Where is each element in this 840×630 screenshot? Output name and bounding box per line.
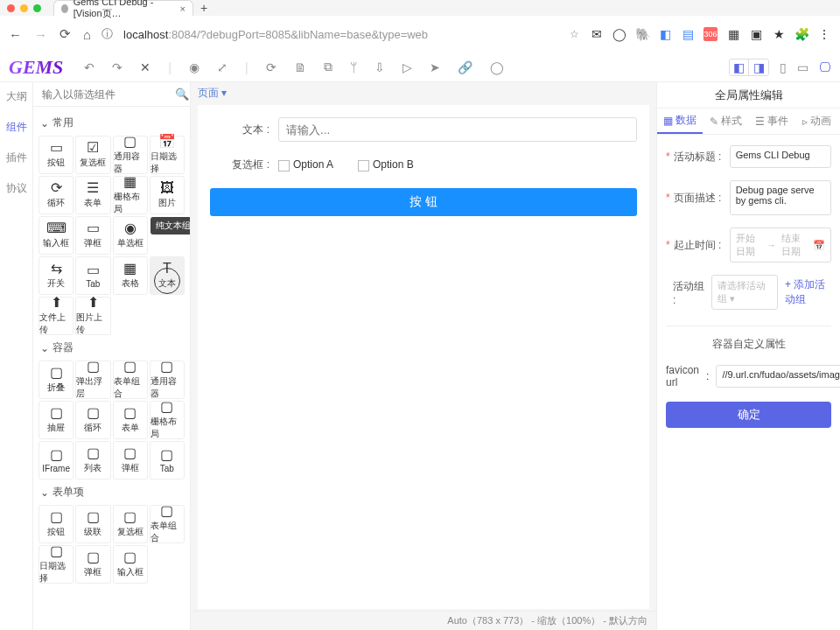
submit-button[interactable]: 确定: [666, 402, 831, 428]
add-group-link[interactable]: + 添加活动组: [785, 277, 831, 307]
component-item[interactable]: ⬆图片上传: [75, 297, 110, 335]
play-icon[interactable]: ▷: [402, 60, 412, 74]
reload-icon[interactable]: ⟳: [60, 26, 71, 42]
link-icon[interactable]: 🔗: [458, 60, 472, 74]
new-tab-button[interactable]: +: [200, 1, 207, 15]
component-item[interactable]: 📅日期选择: [150, 136, 185, 174]
record-icon[interactable]: ◯: [490, 60, 504, 74]
component-item[interactable]: ▢输入框: [113, 545, 148, 584]
activity-title-input[interactable]: Gems CLI Debug: [730, 145, 831, 168]
download-icon[interactable]: ⇩: [374, 60, 385, 74]
browser-menu-icon[interactable]: ⋮: [817, 27, 831, 41]
ext-icon[interactable]: ◧: [658, 27, 672, 41]
search-icon[interactable]: 🔍: [175, 88, 189, 101]
category-header[interactable]: ⌄ 表单项: [38, 480, 185, 505]
component-item[interactable]: ▢列表: [75, 441, 110, 480]
send-icon[interactable]: ➤: [430, 60, 440, 74]
refresh-icon[interactable]: ⟳: [266, 60, 276, 74]
component-item[interactable]: ▢通用容器: [150, 360, 185, 399]
component-item[interactable]: ☑复选框: [75, 136, 110, 174]
primary-button[interactable]: 按 钮: [210, 188, 637, 216]
component-item[interactable]: ▢弹框: [113, 441, 148, 480]
tab-close-icon[interactable]: ×: [180, 4, 186, 14]
category-header[interactable]: ⌄ 容器: [38, 335, 185, 360]
component-item[interactable]: ▢按钮: [38, 505, 74, 543]
save-icon[interactable]: 🗎: [294, 60, 306, 74]
component-item[interactable]: ▭弹框: [75, 216, 110, 255]
component-item[interactable]: ▦表格: [113, 256, 148, 295]
device-tablet-icon[interactable]: ▭: [797, 60, 808, 74]
checkbox-a[interactable]: Option A: [278, 158, 333, 171]
date-range-input[interactable]: 开始日期→结束日期📅: [730, 228, 831, 262]
favicon-url-input[interactable]: //9.url.cn/fudao/assets/images/favi…: [716, 365, 840, 388]
component-list[interactable]: ⌄ 常用▭按钮☑复选框▢通用容器📅日期选择⟳循环☰表单▦栅格布局🖼图片⌨输入框▭…: [33, 107, 190, 630]
ext-icon[interactable]: ◯: [612, 27, 626, 41]
maximize-window-icon[interactable]: [33, 4, 41, 12]
device-desktop-icon[interactable]: 🖵: [819, 60, 831, 74]
component-item[interactable]: ▢IFrame: [38, 441, 74, 480]
tab-style[interactable]: ✎ 样式: [703, 108, 748, 134]
component-item[interactable]: ▢复选框: [113, 505, 148, 543]
rail-outline[interactable]: 大纲: [6, 86, 27, 108]
redo-icon[interactable]: ↷: [112, 60, 122, 74]
group-select[interactable]: 请选择活动组 ▾: [711, 275, 778, 310]
component-item[interactable]: ☰表单: [75, 176, 110, 214]
home-icon[interactable]: ⌂: [83, 27, 91, 42]
component-item[interactable]: ▢弹出浮层: [75, 360, 110, 399]
component-item[interactable]: ⇆开关: [38, 256, 74, 295]
breadcrumb[interactable]: 页面 ▾: [191, 82, 656, 103]
component-item[interactable]: ⌨输入框: [38, 216, 74, 255]
avatar-icon[interactable]: 🧩: [794, 27, 808, 41]
bookmark-icon[interactable]: ☆: [570, 28, 579, 40]
ext-icon[interactable]: ▣: [749, 27, 763, 41]
component-item[interactable]: 🖼图片: [150, 176, 185, 214]
window-controls[interactable]: [7, 4, 41, 12]
page-desc-input[interactable]: Debug page serve by gems cli.: [730, 180, 831, 215]
component-item[interactable]: ⟳循环: [38, 176, 74, 214]
address-bar[interactable]: localhost:8084/?debugPort=8085&libName=b…: [123, 28, 559, 41]
tab-data[interactable]: ▦ 数据: [657, 108, 703, 134]
panel-right-icon[interactable]: ◨: [749, 60, 768, 75]
ext-icon[interactable]: 🐘: [635, 27, 649, 41]
minimize-window-icon[interactable]: [20, 4, 28, 12]
component-item[interactable]: ▢表单组合: [150, 505, 185, 543]
close-window-icon[interactable]: [7, 4, 15, 12]
eye-icon[interactable]: ◉: [189, 60, 200, 74]
forward-icon[interactable]: →: [34, 27, 47, 42]
undo-icon[interactable]: ↶: [84, 60, 94, 74]
component-item[interactable]: ▢表单: [113, 401, 148, 439]
checkbox-b[interactable]: Option B: [358, 158, 414, 171]
text-input[interactable]: [278, 117, 637, 142]
component-item[interactable]: ▦栅格布局: [113, 176, 148, 214]
component-item[interactable]: ▢循环: [75, 401, 110, 439]
panel-toggle[interactable]: ◧ ◨: [729, 59, 769, 76]
branch-icon[interactable]: ᛘ: [350, 60, 357, 74]
component-item[interactable]: ▢Tab: [150, 441, 185, 480]
back-icon[interactable]: ←: [9, 27, 22, 42]
rail-plugins[interactable]: 插件: [6, 147, 27, 169]
expand-icon[interactable]: ⤢: [217, 60, 228, 74]
rail-components[interactable]: 组件: [6, 116, 27, 138]
device-phone-icon[interactable]: ▯: [780, 60, 787, 74]
component-item[interactable]: ▢弹框: [75, 545, 110, 584]
component-item[interactable]: ▢表单组合: [113, 360, 148, 399]
component-item[interactable]: ▢级联: [75, 505, 110, 543]
ext-icon[interactable]: ▤: [681, 27, 695, 41]
component-item[interactable]: ▢抽屉: [38, 401, 74, 439]
component-item[interactable]: ▭按钮: [38, 136, 74, 174]
component-item[interactable]: ▢栅格布局: [150, 401, 185, 439]
rail-protocol[interactable]: 协议: [6, 178, 27, 200]
ext-icon[interactable]: ✉: [590, 27, 604, 41]
component-item[interactable]: T文本: [150, 256, 185, 295]
search-input[interactable]: [40, 88, 175, 102]
copy-icon[interactable]: ⧉: [324, 60, 332, 74]
close-icon[interactable]: ✕: [140, 60, 150, 74]
component-item[interactable]: ▢通用容器: [113, 136, 148, 174]
component-item[interactable]: ▢折叠: [38, 360, 74, 399]
component-item[interactable]: ⬆文件上传: [38, 297, 74, 335]
ext-icon[interactable]: ★: [772, 27, 786, 41]
ext-icon[interactable]: ▦: [726, 27, 740, 41]
canvas-page[interactable]: 文本 : 复选框 : Option A Option B 按 钮: [198, 105, 649, 609]
site-info-icon[interactable]: ⓘ: [102, 26, 113, 42]
ext-icon[interactable]: 306: [704, 27, 718, 41]
